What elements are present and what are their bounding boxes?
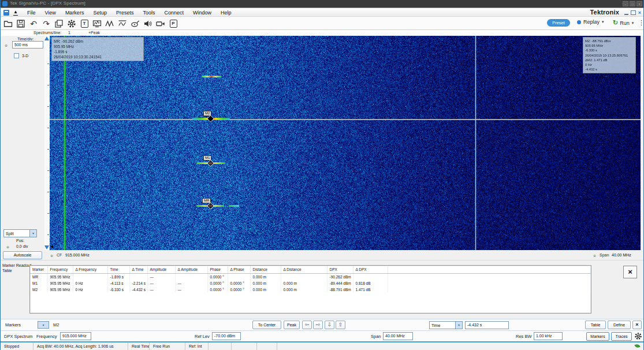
replay-control[interactable]: Replay ▾	[577, 19, 604, 25]
define-button[interactable]: Define	[608, 321, 631, 329]
menu-setup[interactable]: Setup	[88, 8, 111, 17]
mdi-minimize-icon[interactable]	[624, 14, 628, 15]
status-empty-cell	[209, 342, 232, 350]
pos-label: Pos:	[16, 239, 24, 243]
mdi-restore-icon[interactable]	[631, 10, 636, 15]
marker-time-input[interactable]: -4.432 s	[465, 321, 509, 329]
close-button[interactable]: ×	[636, 1, 642, 6]
preset-p-icon[interactable]: P	[168, 18, 178, 28]
scroll-up-icon[interactable]	[44, 36, 49, 40]
autoscale-button[interactable]: Autoscale	[3, 251, 42, 259]
signalvu-window: Tek SignalVu-PC - [DPX Spectrum] – □ × ▲…	[0, 0, 644, 350]
split-dropdown[interactable]: Split ▾	[3, 229, 37, 237]
menu-markers[interactable]: Markers	[61, 8, 89, 17]
time-scroll-strip	[44, 36, 50, 250]
cf-label: CF	[57, 253, 62, 257]
time-div-input[interactable]: 500 ms	[12, 41, 43, 49]
status-empty-cell	[232, 342, 257, 350]
pos-value[interactable]: 0.0 div	[16, 244, 28, 248]
undo-icon[interactable]: ↶	[28, 18, 39, 28]
marker-m2-readout-box: M2: -88.791 dBm 905.95 MHz -6.330 s 26/0…	[583, 37, 636, 73]
dpx-control-bar: DPX Spectrum Frequency 915.000 MHz Ref L…	[1, 330, 643, 341]
readout-type-dropdown[interactable]: Time ▾	[429, 321, 463, 329]
markers-toggle-button[interactable]: Markers	[586, 332, 609, 341]
overflow-menu-icon[interactable]: ⋮	[638, 19, 644, 27]
cf-value[interactable]: 915.000 MHz	[65, 253, 90, 257]
menu-file[interactable]: File	[23, 8, 40, 17]
marker-readout-panel-label: Marker Readout Table	[2, 263, 31, 273]
menu-tools[interactable]: Tools	[138, 8, 159, 17]
menu-help[interactable]: Help	[216, 8, 236, 17]
three-d-checkbox[interactable]	[14, 53, 19, 58]
scroll-down-icon[interactable]	[44, 245, 49, 250]
ref-lev-input[interactable]: -70.00 dBm	[212, 332, 241, 340]
table-header-row: MarkerFrequency Δ FrequencyTime Δ TimeAm…	[30, 266, 591, 274]
frequency-input[interactable]: 915.000 MHz	[60, 332, 91, 340]
mdi-close-icon[interactable]: ×	[638, 10, 641, 15]
speaker-icon[interactable]	[143, 18, 153, 28]
marker-select-dropdown[interactable]: ▾	[38, 321, 49, 329]
traces-toggle-button[interactable]: Traces	[611, 332, 632, 341]
split-dropdown-value: Split	[4, 232, 14, 236]
eject-icon[interactable]: ▲	[13, 9, 18, 16]
peak-up-icon[interactable]: ⇧	[336, 321, 345, 329]
child-window-icon[interactable]	[3, 10, 9, 16]
status-ref-source: Ref: Int	[185, 342, 209, 350]
detection-label: +Peak	[88, 31, 100, 35]
table-close-button[interactable]: ×	[623, 266, 637, 278]
peak-left-icon[interactable]: ⇦	[302, 321, 312, 329]
minimize-button[interactable]: –	[623, 1, 628, 6]
pos-bullet-icon: ⊕	[6, 245, 9, 249]
camera-icon[interactable]	[155, 18, 166, 28]
table-row[interactable]: MR905.95 MHz -1.899 s --- 0.0000 ° 0.000…	[30, 274, 591, 281]
waveform-line-icon[interactable]	[117, 18, 128, 28]
dpx-spectrogram[interactable]: M2 M1 MR MR: -90.262 dBm 905.95 MHz -1.8…	[50, 36, 641, 250]
main-toolbar: ↶ ↷ T P Preset Replay ▾	[1, 17, 643, 30]
trigger-position-icon	[50, 245, 53, 248]
menu-view[interactable]: View	[40, 8, 61, 17]
replay-chevron-icon[interactable]: ▾	[602, 20, 604, 24]
res-bw-input[interactable]: 1.00 kHz	[534, 332, 563, 340]
res-bw-label: Res BW	[516, 334, 532, 339]
status-empty-cell	[257, 342, 277, 350]
replay-label: Replay	[583, 19, 600, 25]
knob-3d-icon[interactable]	[130, 18, 140, 28]
span-value[interactable]: 40.00 MHz	[612, 253, 631, 257]
peak-button[interactable]: Peak	[284, 321, 300, 329]
table-row[interactable]: M2905.95 MHz 0 Hz-6.330 s -4.432 s--- --…	[30, 286, 591, 293]
ref-lev-label: Ref Lev	[195, 334, 210, 339]
open-icon[interactable]	[3, 18, 13, 28]
run-refresh-icon: ↻	[613, 19, 618, 27]
menu-window[interactable]: Window	[188, 8, 216, 17]
split-chevron-icon[interactable]: ▾	[29, 230, 36, 237]
copy-windows-icon[interactable]	[54, 18, 64, 28]
menu-presets[interactable]: Presets	[111, 8, 139, 17]
settings-gear-icon[interactable]	[66, 18, 77, 28]
tag-t-icon[interactable]: T	[79, 18, 90, 28]
maximize-button[interactable]: □	[630, 1, 635, 6]
marker-mr-label: MR	[202, 198, 211, 203]
markers-bar-close-button[interactable]: ×	[632, 321, 642, 329]
status-run-state: Stopped	[1, 342, 33, 350]
to-center-button[interactable]: To Center	[252, 321, 281, 329]
preset-button[interactable]: Preset	[547, 19, 570, 27]
waveform-icon[interactable]	[105, 18, 115, 28]
cyan-time-line	[475, 36, 476, 250]
dpx-display-icon[interactable]	[92, 18, 102, 28]
run-chevron-icon[interactable]: ▾	[632, 21, 634, 25]
app-icon	[2, 1, 8, 6]
table-row[interactable]: M1905.95 MHz 0 Hz-4.113 s -2.214 s--- --…	[30, 280, 591, 286]
readout-type-chevron-icon[interactable]: ▾	[455, 322, 462, 329]
menu-items: File View Markers Setup Presets Tools Co…	[23, 8, 236, 17]
redo-icon[interactable]: ↷	[41, 18, 51, 28]
run-control[interactable]: ↻ Run ▾	[613, 19, 634, 27]
peak-right-icon[interactable]: ⇨	[313, 321, 323, 329]
spectrogram-canvas	[50, 36, 641, 250]
spectrums-line-value[interactable]: 1	[68, 31, 70, 35]
span-input[interactable]: 40.00 MHz	[383, 332, 413, 340]
table-button[interactable]: Table	[585, 321, 606, 329]
menu-connect[interactable]: Connect	[159, 8, 188, 17]
peak-down-icon[interactable]: ⇩	[325, 321, 334, 329]
marker-select-chevron-icon[interactable]: ▾	[38, 322, 49, 328]
save-icon[interactable]	[16, 18, 26, 28]
